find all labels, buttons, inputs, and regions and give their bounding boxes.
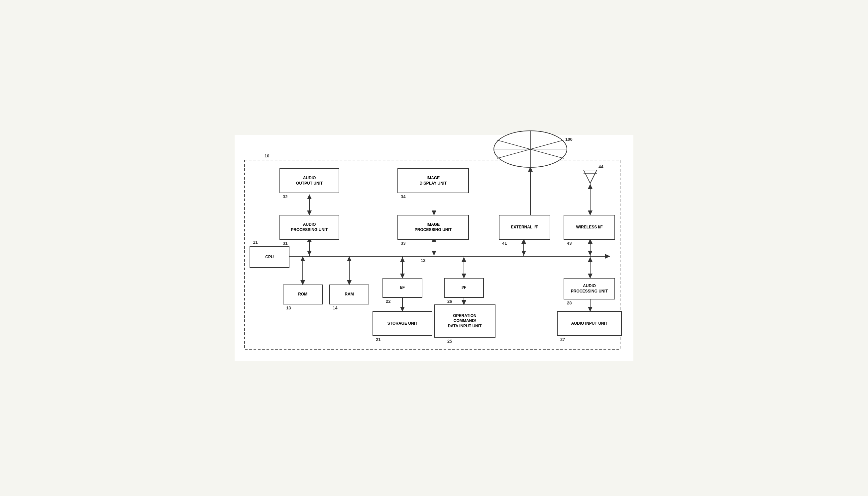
storage-unit: STORAGE UNIT	[373, 311, 432, 336]
svg-marker-15	[300, 256, 305, 261]
if-operation: I/F	[444, 278, 484, 298]
svg-marker-28	[432, 251, 436, 255]
svg-marker-58	[588, 257, 593, 262]
label-44: 44	[598, 164, 603, 169]
svg-line-7	[590, 170, 597, 183]
label-12: 12	[421, 258, 425, 263]
svg-marker-46	[521, 251, 526, 255]
label-11: 11	[253, 240, 257, 245]
label-26: 26	[447, 299, 452, 304]
image-processing-unit: IMAGEPROCESSING UNIT	[398, 215, 469, 240]
if-storage: I/F	[383, 278, 422, 298]
audio-processing-unit: AUDIOPROCESSING UNIT	[280, 215, 339, 240]
svg-marker-22	[307, 251, 312, 255]
svg-marker-54	[588, 184, 593, 189]
label-21: 21	[376, 337, 380, 342]
label-14: 14	[333, 306, 337, 310]
svg-marker-52	[588, 251, 593, 255]
svg-line-3	[497, 140, 564, 158]
svg-marker-24	[307, 194, 312, 199]
image-display-unit: IMAGEDISPLAY UNIT	[398, 168, 469, 193]
label-13: 13	[286, 306, 291, 310]
audio-processing-unit-2: AUDIOPROCESSING UNIT	[564, 278, 615, 299]
rom-block: ROM	[283, 284, 323, 305]
svg-marker-48	[528, 167, 533, 172]
svg-line-2	[497, 140, 564, 158]
label-43: 43	[567, 241, 572, 246]
label-22: 22	[386, 299, 390, 304]
label-10: 10	[265, 153, 269, 158]
label-41: 41	[502, 241, 507, 246]
ram-block: RAM	[329, 284, 369, 305]
label-28: 28	[567, 300, 572, 306]
label-32: 32	[283, 194, 287, 199]
diagram: 100 10 44 AUDIOOUTPUT UNIT 32 IMAGEDISPL…	[235, 135, 633, 361]
svg-marker-34	[400, 257, 405, 262]
label-34: 34	[401, 194, 405, 199]
label-27: 27	[560, 337, 565, 342]
cpu-block: CPU	[250, 246, 289, 268]
external-if: EXTERNAL I/F	[499, 215, 550, 240]
wireless-if: WIRELESS I/F	[564, 215, 615, 240]
svg-marker-12	[605, 254, 610, 259]
svg-marker-18	[347, 256, 351, 261]
audio-input-unit: AUDIO INPUT UNIT	[557, 311, 622, 336]
audio-output-unit: AUDIOOUTPUT UNIT	[280, 168, 339, 193]
operation-command: OPERATIONCOMMAND/DATA INPUT UNIT	[434, 305, 495, 338]
label-25: 25	[447, 339, 452, 344]
label-100: 100	[565, 137, 572, 142]
svg-marker-40	[462, 257, 466, 262]
svg-point-1	[494, 131, 567, 167]
label-33: 33	[401, 241, 405, 246]
svg-line-6	[584, 170, 590, 183]
label-31: 31	[283, 241, 287, 246]
